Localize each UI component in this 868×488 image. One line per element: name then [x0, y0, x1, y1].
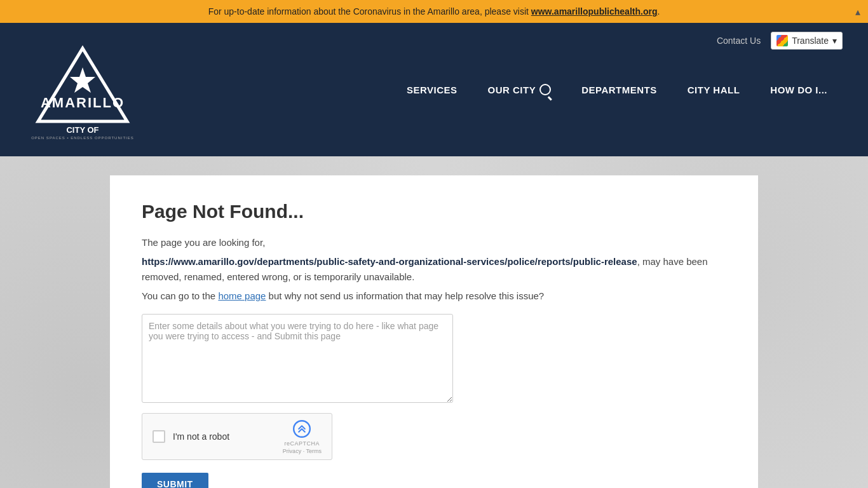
- nav-item-how-do-i[interactable]: HOW DO I...: [755, 23, 843, 156]
- main-nav: SERVICES OUR CITY DEPARTMENTS CITY HALL …: [391, 23, 843, 156]
- captcha-links: Privacy · Terms: [283, 448, 322, 454]
- logo-area[interactable]: CITY OF AMARILLO OPEN SPACES • ENDLESS O…: [19, 39, 146, 140]
- nav-item-our-city[interactable]: OUR CITY: [473, 23, 567, 156]
- collapse-icon[interactable]: ▴: [855, 6, 860, 18]
- page-title: Page Not Found...: [142, 201, 726, 222]
- main-card: Page Not Found... The page you are looki…: [110, 175, 758, 488]
- announcement-text: For up-to-date information about the Cor…: [208, 6, 531, 17]
- feedback-textarea[interactable]: [142, 314, 453, 403]
- submit-button[interactable]: SUBMIT: [142, 473, 208, 488]
- nav-item-departments[interactable]: DEPARTMENTS: [566, 23, 672, 156]
- search-icon: [539, 84, 551, 95]
- nav-item-services[interactable]: SERVICES: [391, 23, 473, 156]
- svg-marker-1: [70, 67, 95, 93]
- announcement-suffix: .: [657, 6, 660, 17]
- error-url: https://www.amarillo.gov/departments/pub…: [142, 256, 637, 267]
- announcement-link[interactable]: www.amarillopublichealth.org: [531, 6, 658, 17]
- site-header: CITY OF AMARILLO OPEN SPACES • ENDLESS O…: [0, 23, 868, 156]
- captcha-brand: reCAPTCHA: [285, 440, 320, 447]
- captcha-widget: I'm not a robot reCAPTCHA Privacy · Term…: [142, 413, 332, 460]
- captcha-label: I'm not a robot: [173, 431, 275, 442]
- site-logo[interactable]: CITY OF AMARILLO OPEN SPACES • ENDLESS O…: [19, 39, 146, 140]
- error-intro: The page you are looking for,: [142, 235, 726, 250]
- svg-text:CITY OF: CITY OF: [66, 125, 98, 135]
- captcha-checkbox[interactable]: [153, 430, 165, 443]
- page-background: Page Not Found... The page you are looki…: [0, 156, 868, 488]
- svg-text:OPEN SPACES • ENDLESS OPPORTUN: OPEN SPACES • ENDLESS OPPORTUNITIES: [31, 136, 134, 140]
- help-text: You can go to the home page but why not …: [142, 288, 726, 304]
- announcement-bar: For up-to-date information about the Cor…: [0, 0, 868, 23]
- error-url-line: https://www.amarillo.gov/departments/pub…: [142, 254, 726, 285]
- svg-text:AMARILLO: AMARILLO: [41, 95, 125, 111]
- captcha-logo-area: reCAPTCHA Privacy · Terms: [283, 419, 322, 454]
- nav-item-city-hall[interactable]: CITY HALL: [672, 23, 756, 156]
- home-page-link[interactable]: home page: [218, 290, 266, 301]
- recaptcha-icon: [292, 419, 312, 439]
